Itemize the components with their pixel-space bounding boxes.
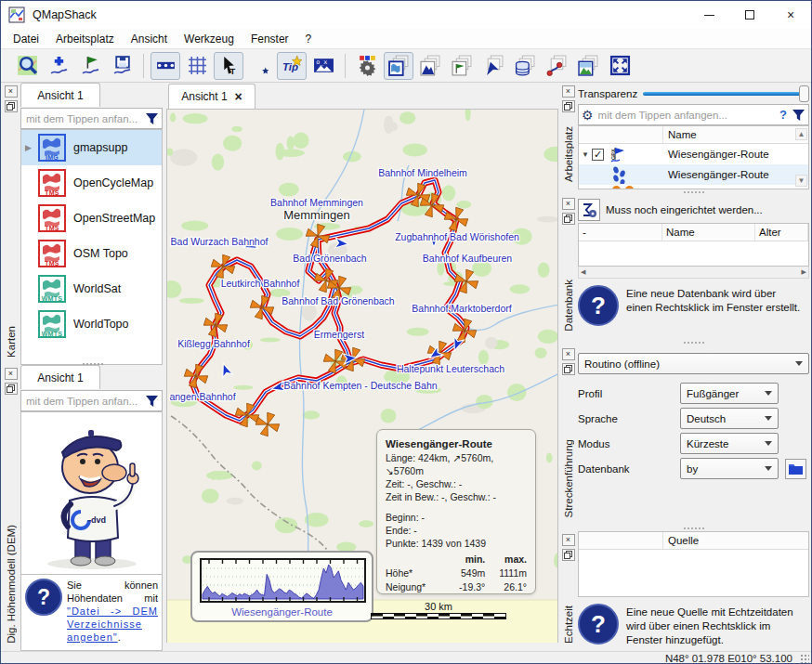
- toolbar-screenshot-button[interactable]: o_x: [308, 52, 338, 80]
- routing-dock-float-button[interactable]: [562, 363, 575, 375]
- workspace-row[interactable]: Wiesengänger-Route: [579, 164, 808, 185]
- map-canvas[interactable]: Bahnhof MindelheimBahnhof MemmingenMemmi…: [166, 110, 558, 643]
- toolbar-save-gis-button[interactable]: [107, 52, 137, 80]
- map-place-label: Leutkirch Bahnhof: [221, 278, 300, 289]
- menu-item-werkzeug[interactable]: Werkzeug: [176, 31, 242, 47]
- maps-tab[interactable]: Ansicht 1: [20, 83, 100, 107]
- maps-filter-input[interactable]: [24, 112, 142, 125]
- measure-distance-icon: [155, 55, 177, 76]
- close-button[interactable]: ×: [770, 1, 811, 29]
- open-database-folder-button[interactable]: [785, 459, 806, 479]
- map-list-item-opencyclemap[interactable]: TMSOpenCycleMap: [21, 165, 162, 201]
- toolbar-dock-maps-button[interactable]: [384, 52, 413, 80]
- map-tab[interactable]: Ansicht 1 ×: [168, 84, 255, 109]
- toolbar-dock-dem-button[interactable]: [415, 52, 445, 80]
- toolbar-show-tips-button[interactable]: Tip: [277, 52, 307, 80]
- filter-icon[interactable]: [145, 395, 159, 408]
- scroll-up-icon[interactable]: ▲: [795, 128, 807, 140]
- slider-handle[interactable]: [799, 85, 809, 102]
- dem-directories-link[interactable]: "Datei -> DEM Verzeichnisse angeben": [67, 605, 158, 643]
- toolbar-zoom-button[interactable]: [12, 52, 42, 80]
- toolbar-pointer-labels-button[interactable]: T: [214, 52, 243, 80]
- menu-item-arbeitsplatz[interactable]: Arbeitsplatz: [47, 31, 123, 47]
- expander-icon[interactable]: ▼: [579, 150, 592, 159]
- map-list-item-worldtopo[interactable]: WMTSWorldTopo: [21, 306, 162, 342]
- dem-dock-float-button[interactable]: [5, 383, 18, 395]
- database-setup-button[interactable]: [578, 199, 600, 221]
- dock-poi-icon: [483, 55, 504, 76]
- elevation-profile-box[interactable]: Wiesengänger-Route: [190, 551, 373, 622]
- realtime-dock-float-button[interactable]: [562, 549, 575, 561]
- database-dock-close-button[interactable]: ×: [562, 198, 575, 210]
- map-list-item-openstreetmap[interactable]: TMSOpenStreetMap: [21, 201, 162, 236]
- menu-item-ansicht[interactable]: Ansicht: [123, 31, 176, 47]
- map-list-item-worldsat[interactable]: WMTSWorldSat: [21, 271, 162, 306]
- routing-field-datenbank: Datenbankby: [578, 458, 809, 479]
- close-icon: ×: [787, 8, 794, 21]
- filter-help-icon[interactable]: ?: [778, 108, 789, 122]
- scroll-down-icon[interactable]: ▼: [795, 175, 807, 187]
- realtime-dock-close-button[interactable]: ×: [562, 534, 575, 546]
- profil-select[interactable]: Fußgänger: [680, 383, 779, 404]
- workspace-dock-float-button[interactable]: [562, 100, 575, 112]
- dem-filter-input[interactable]: [24, 395, 142, 408]
- workspace-filter-input[interactable]: [596, 109, 775, 122]
- toolbar-fullscreen-button[interactable]: [605, 52, 635, 80]
- toolbar-dock-poi-button[interactable]: [478, 52, 508, 80]
- map-tab-close-icon[interactable]: ×: [235, 89, 242, 104]
- menu-item-[interactable]: ?: [297, 31, 321, 47]
- routing-engine-select[interactable]: Routino (offline): [578, 353, 809, 374]
- maps-dock-float-button[interactable]: [5, 100, 18, 112]
- menu-item-datei[interactable]: Datei: [5, 31, 47, 47]
- database-hscrollbar[interactable]: ◀▶: [578, 267, 809, 279]
- maps-dock-close-button[interactable]: ×: [5, 85, 18, 98]
- map-list-item-osmtopo[interactable]: TMSOSM Topo: [21, 236, 162, 271]
- database-dock: × Datenbank Muss noch eingerichtet werde…: [558, 195, 812, 339]
- toolbar-add-track-button[interactable]: [44, 52, 73, 80]
- menu-item-fenster[interactable]: Fenster: [242, 31, 297, 47]
- scroll-left-icon[interactable]: ◀: [581, 268, 585, 276]
- chevron-down-icon: [795, 361, 803, 366]
- add-poi-icon: [80, 55, 101, 76]
- scroll-right-icon[interactable]: ▶: [802, 268, 806, 276]
- resize-grip[interactable]: [800, 654, 809, 663]
- img-map-icon: IMG: [38, 134, 66, 162]
- workspace-dock-close-button[interactable]: ×: [562, 85, 575, 98]
- modus-select[interactable]: Kürzeste: [680, 433, 779, 454]
- tooltip-line: Länge: 424km, ↗5760m, ↘5760m: [386, 451, 527, 477]
- filter-icon[interactable]: [145, 112, 159, 125]
- toolbar-dock-routing-button[interactable]: [542, 52, 571, 80]
- toolbar-dock-database-button[interactable]: [510, 52, 540, 80]
- toolbar-dock-pictures-button[interactable]: [573, 52, 603, 80]
- maximize-button[interactable]: [729, 1, 770, 29]
- datenbank-select[interactable]: by: [680, 458, 779, 479]
- toolbar-add-poi-button[interactable]: [75, 52, 105, 80]
- sprache-select[interactable]: Deutsch: [680, 408, 779, 429]
- toolbar-night-mode-button[interactable]: [245, 52, 275, 80]
- tooltip-stats-header: min.: [446, 552, 485, 566]
- visibility-checkbox[interactable]: ✓: [592, 149, 604, 161]
- dem-dock-close-button[interactable]: ×: [5, 368, 18, 380]
- toolbar-show-grid-button[interactable]: [182, 52, 212, 80]
- tooltip-line: Beginn: -: [386, 511, 527, 524]
- toolbar-dock-workspace-button[interactable]: [447, 52, 477, 80]
- database-dock-float-button[interactable]: [562, 213, 575, 225]
- app-icon: [8, 7, 25, 23]
- transparency-slider[interactable]: [643, 85, 809, 102]
- toolbar-setup-button[interactable]: [352, 52, 382, 80]
- minimize-icon: [704, 15, 714, 16]
- routing-field-label: Profil: [578, 388, 680, 399]
- map-list-item-gmapsupp[interactable]: ▶IMGgmapsupp: [21, 130, 162, 165]
- routing-dock-close-button[interactable]: ×: [562, 348, 575, 360]
- routing-field-modus: ModusKürzeste: [578, 433, 809, 454]
- transparency-label: Transparenz: [578, 88, 637, 99]
- expander-icon[interactable]: ▶: [25, 143, 32, 152]
- map-list-item-label: gmapsupp: [73, 141, 127, 154]
- dem-tab[interactable]: Ansicht 1: [20, 365, 100, 389]
- toolbar-measure-distance-button[interactable]: [151, 52, 180, 80]
- map-place-label: Ermengerst: [314, 329, 364, 340]
- minimize-button[interactable]: [688, 1, 729, 29]
- gear-icon[interactable]: ⚙: [582, 108, 594, 123]
- filter-icon[interactable]: [792, 109, 805, 122]
- workspace-row[interactable]: ▼✓GPXWiesengänger-Route: [579, 144, 808, 164]
